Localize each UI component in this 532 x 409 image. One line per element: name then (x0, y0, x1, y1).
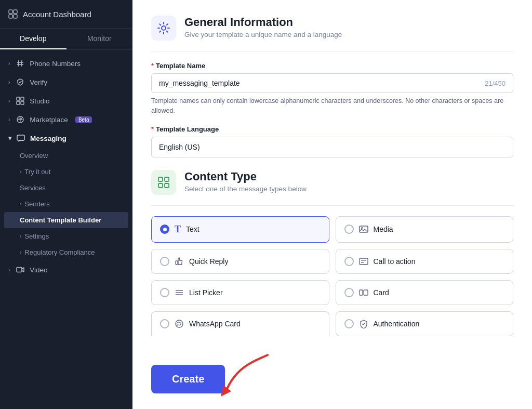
sidebar-subitem-try-it-out[interactable]: › Try it out (0, 164, 132, 180)
gear-icon (156, 21, 171, 35)
svg-rect-18 (158, 177, 163, 181)
beta-badge: Beta (75, 116, 92, 123)
sidebar-subitem-services[interactable]: Services (0, 180, 132, 196)
card-icon (359, 288, 368, 297)
option-list-picker-label: List Picker (189, 288, 223, 297)
svg-rect-21 (165, 183, 169, 188)
sidebar-item-marketplace[interactable]: › Marketplace Beta (0, 110, 132, 129)
svg-rect-8 (17, 97, 20, 100)
shield-check-icon (16, 78, 24, 86)
chevron-right-small-icon: › (20, 169, 21, 175)
gear-icon-container (151, 16, 176, 41)
radio-list-picker (160, 288, 169, 297)
media-icon (359, 225, 368, 234)
sidebar-subitem-overview[interactable]: Overview (0, 148, 132, 164)
sidebar-subitem-content-template-builder[interactable]: Content Template Builder (4, 212, 128, 228)
chevron-right-small-icon: › (20, 249, 21, 255)
radio-text (160, 225, 169, 234)
chat-icon (17, 134, 25, 142)
svg-rect-11 (21, 101, 24, 104)
radio-media (344, 225, 354, 234)
sidebar-item-phone-numbers[interactable]: › Phone Numbers (0, 54, 132, 73)
svg-rect-19 (165, 177, 169, 181)
divider-1 (151, 51, 513, 51)
option-quick-reply[interactable]: Quick Reply (151, 249, 329, 274)
radio-quick-reply (160, 257, 169, 266)
svg-rect-3 (14, 15, 17, 18)
template-language-select[interactable]: English (US) (151, 137, 513, 157)
template-name-counter: 21/450 (485, 80, 506, 87)
content-type-section-header: Content Type Select one of the message t… (151, 170, 513, 195)
video-icon (16, 266, 24, 274)
svg-rect-2 (9, 15, 12, 18)
sidebar-item-video[interactable]: › Video (0, 260, 132, 279)
messaging-label: Messaging (30, 135, 66, 142)
regulatory-compliance-label: Regulatory Compliance (24, 248, 95, 256)
dashboard-icon (8, 9, 18, 19)
account-dashboard-link[interactable]: Account Dashboard (0, 0, 132, 29)
hash-icon (16, 59, 24, 68)
svg-rect-32 (364, 290, 368, 295)
content-type-title: Content Type (184, 170, 307, 183)
option-text[interactable]: T Text (151, 216, 329, 243)
svg-rect-9 (21, 97, 24, 100)
video-label: Video (30, 266, 47, 274)
tab-monitor[interactable]: Monitor (66, 29, 133, 49)
template-name-label: *Template Name (151, 62, 513, 70)
thumbs-up-icon (175, 257, 184, 266)
general-info-section-header: General Information Give your template a… (151, 16, 513, 41)
phone-numbers-label: Phone Numbers (30, 60, 81, 68)
template-name-input[interactable]: my_messaging_template 21/450 (151, 73, 513, 93)
sidebar-subitem-regulatory-compliance[interactable]: › Regulatory Compliance (0, 244, 132, 260)
content-type-subtitle: Select one of the message types below (184, 185, 307, 193)
tab-develop[interactable]: Develop (0, 29, 66, 49)
template-name-field: *Template Name my_messaging_template 21/… (151, 62, 513, 116)
option-media[interactable]: Media (336, 216, 514, 243)
option-list-picker[interactable]: List Picker (151, 280, 329, 305)
option-call-to-action[interactable]: Call to action (336, 249, 514, 274)
sidebar-item-studio[interactable]: › Studio (0, 91, 132, 110)
divider-2 (151, 205, 513, 206)
radio-call-to-action (344, 257, 354, 266)
svg-line-4 (18, 60, 19, 67)
general-info-text: General Information Give your template a… (184, 16, 342, 38)
svg-rect-0 (9, 10, 12, 14)
svg-rect-25 (360, 258, 368, 265)
studio-icon (16, 97, 24, 105)
list-icon (175, 288, 184, 297)
create-button[interactable]: Create (151, 365, 225, 393)
chevron-right-small-icon: › (20, 201, 21, 207)
sidebar-nav: › Phone Numbers › Verify › (0, 50, 132, 409)
required-marker: * (151, 62, 154, 70)
sidebar-item-verify[interactable]: › Verify (0, 73, 132, 91)
sidebar-tabs: Develop Monitor (0, 29, 132, 50)
text-icon: T (175, 224, 181, 235)
sidebar-item-messaging[interactable]: ▾ Messaging (0, 129, 132, 148)
whatsapp-icon (175, 319, 184, 328)
main-content: General Information Give your template a… (132, 0, 532, 409)
sidebar: Account Dashboard Develop Monitor › Phon… (0, 0, 132, 409)
general-info-title: General Information (184, 16, 342, 29)
option-quick-reply-label: Quick Reply (189, 257, 228, 266)
chevron-right-icon: › (8, 267, 10, 273)
marketplace-icon (16, 115, 24, 124)
option-whatsapp-card-label: WhatsApp Card (189, 320, 241, 328)
sidebar-subitem-senders[interactable]: › Senders (0, 196, 132, 212)
senders-label: Senders (24, 200, 49, 208)
studio-label: Studio (30, 97, 49, 105)
radio-whatsapp-card (160, 319, 169, 328)
option-card[interactable]: Card (336, 280, 514, 305)
content-type-icon-container (151, 170, 176, 195)
svg-point-23 (361, 228, 363, 229)
svg-line-5 (21, 60, 22, 67)
sidebar-subitem-settings[interactable]: › Settings (0, 228, 132, 244)
content-type-text: Content Type Select one of the message t… (184, 170, 307, 193)
option-whatsapp-card[interactable]: WhatsApp Card (151, 311, 329, 336)
general-info-subtitle: Give your template a unique name and a l… (184, 31, 342, 38)
option-authentication[interactable]: Authentication (336, 311, 514, 336)
verify-label: Verify (30, 78, 47, 86)
try-it-out-label: Try it out (24, 168, 50, 176)
svg-rect-15 (17, 135, 24, 140)
option-authentication-label: Authentication (374, 320, 420, 328)
svg-rect-1 (14, 10, 17, 14)
